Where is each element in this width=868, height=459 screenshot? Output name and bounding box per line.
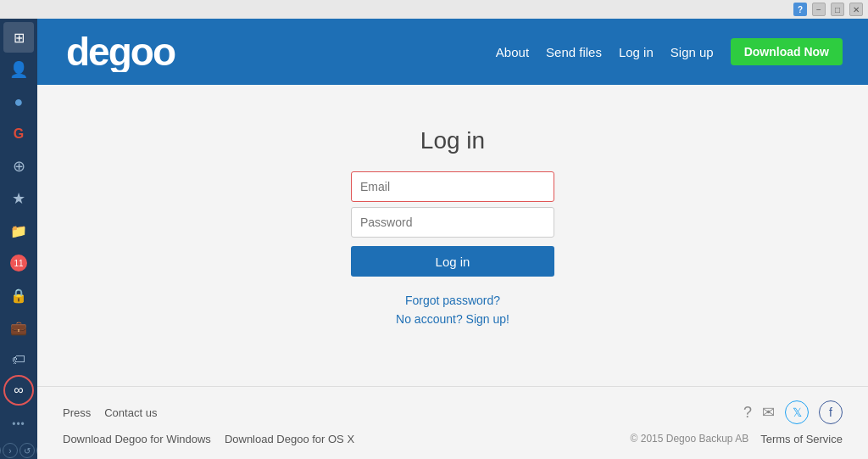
login-title: Log in bbox=[420, 127, 485, 154]
signup-nav-link[interactable]: Sign up bbox=[670, 45, 714, 59]
sidebar-item-google[interactable]: G bbox=[3, 119, 34, 149]
footer-download-links: Download Degoo for Windows Download Dego… bbox=[63, 433, 354, 445]
press-link[interactable]: Press bbox=[63, 406, 91, 419]
footer-social: ? ✉ 𝕏 f bbox=[743, 400, 843, 424]
infinity-icon: ∞ bbox=[14, 383, 23, 398]
sidebar-item-badge[interactable]: 11 bbox=[3, 248, 34, 278]
tag-icon: 🏷 bbox=[12, 352, 25, 367]
download-osx-link[interactable]: Download Degoo for OS X bbox=[225, 433, 354, 445]
sidebar-item-grid[interactable]: ⊞ bbox=[3, 22, 34, 53]
star-icon: ★ bbox=[12, 189, 25, 208]
nav-forward-button[interactable]: › bbox=[3, 443, 18, 458]
person-icon: ● bbox=[14, 93, 24, 111]
footer-bottom-right: © 2015 Degoo Backup AB Terms of Service bbox=[631, 433, 843, 445]
login-nav-link[interactable]: Log in bbox=[619, 45, 654, 59]
sidebar-item-briefcase[interactable]: 💼 bbox=[3, 312, 34, 343]
help-social-icon[interactable]: ? bbox=[743, 404, 752, 422]
login-area: Log in Log in Forgot password? No accoun… bbox=[37, 85, 868, 386]
folder-icon: 📁 bbox=[10, 223, 27, 239]
no-account-link[interactable]: No account? Sign up! bbox=[396, 312, 509, 326]
svg-text:degoo: degoo bbox=[66, 30, 175, 72]
close-button[interactable]: ✕ bbox=[849, 3, 863, 16]
minimize-button[interactable]: − bbox=[812, 3, 826, 16]
send-files-link[interactable]: Send files bbox=[546, 45, 602, 59]
sidebar-item-infinity[interactable]: ∞ bbox=[3, 375, 34, 406]
title-bar: ? − □ ✕ bbox=[0, 0, 868, 19]
copyright-text: © 2015 Degoo Backup AB bbox=[631, 433, 749, 445]
app-container: ⊞ 👤 ● G ⊕ ★ 📁 11 🔒 bbox=[0, 19, 868, 459]
lock-icon: 🔒 bbox=[10, 288, 27, 304]
form-links: Forgot password? No account? Sign up! bbox=[396, 294, 509, 326]
forgot-password-link[interactable]: Forgot password? bbox=[405, 294, 500, 307]
mail-social-icon[interactable]: ✉ bbox=[762, 403, 775, 422]
site-header: degoo About Send files Log in Sign up Do… bbox=[37, 19, 868, 85]
sidebar-item-user[interactable]: 👤 bbox=[3, 54, 34, 85]
maximize-button[interactable]: □ bbox=[831, 3, 844, 16]
help-button[interactable]: ? bbox=[793, 3, 807, 16]
login-form: Log in bbox=[351, 171, 554, 277]
facebook-icon[interactable]: f bbox=[819, 400, 843, 424]
login-submit-button[interactable]: Log in bbox=[351, 246, 554, 277]
site-footer: Press Contact us ? ✉ 𝕏 f Download Degoo … bbox=[37, 386, 868, 459]
add-circle-icon: ⊕ bbox=[13, 157, 25, 176]
nav-back-button[interactable]: ‹ bbox=[0, 443, 1, 458]
briefcase-icon: 💼 bbox=[10, 320, 27, 336]
footer-top: Press Contact us ? ✉ 𝕏 f bbox=[63, 400, 843, 424]
logo-area: degoo bbox=[63, 28, 496, 76]
download-windows-link[interactable]: Download Degoo for Windows bbox=[63, 433, 211, 445]
sidebar: ⊞ 👤 ● G ⊕ ★ 📁 11 🔒 bbox=[0, 19, 37, 459]
about-link[interactable]: About bbox=[496, 45, 529, 59]
twitter-icon[interactable]: 𝕏 bbox=[785, 400, 809, 424]
user-circle-icon: 👤 bbox=[9, 60, 28, 79]
nav-reload-button[interactable]: ↺ bbox=[19, 443, 35, 458]
sidebar-item-tag[interactable]: 🏷 bbox=[3, 344, 34, 375]
footer-left-links: Press Contact us bbox=[63, 406, 157, 419]
footer-bottom: Download Degoo for Windows Download Dego… bbox=[63, 433, 843, 445]
sidebar-item-folder[interactable]: 📁 bbox=[3, 216, 34, 246]
site-container: degoo About Send files Log in Sign up Do… bbox=[37, 19, 868, 459]
sidebar-item-add[interactable]: ⊕ bbox=[3, 151, 34, 182]
badge-11-icon: 11 bbox=[10, 255, 27, 271]
sidebar-item-lock[interactable]: 🔒 bbox=[3, 280, 34, 311]
degoo-logo: degoo bbox=[63, 28, 198, 72]
download-now-button[interactable]: Download Now bbox=[731, 38, 843, 65]
sidebar-item-dots[interactable]: ••• bbox=[3, 409, 34, 439]
email-input[interactable] bbox=[351, 171, 554, 202]
content-area: degoo About Send files Log in Sign up Do… bbox=[37, 19, 868, 459]
header-nav: About Send files Log in Sign up Download… bbox=[496, 38, 843, 65]
google-icon: G bbox=[14, 126, 24, 142]
sidebar-item-profile[interactable]: ● bbox=[3, 87, 34, 117]
sidebar-items: ⊞ 👤 ● G ⊕ ★ 📁 11 🔒 bbox=[3, 22, 34, 375]
sidebar-item-star[interactable]: ★ bbox=[3, 183, 34, 214]
contact-link[interactable]: Contact us bbox=[104, 406, 157, 419]
terms-link[interactable]: Terms of Service bbox=[760, 433, 843, 445]
password-input[interactable] bbox=[351, 207, 554, 238]
grid-icon: ⊞ bbox=[14, 30, 25, 46]
dots-icon: ••• bbox=[12, 418, 25, 430]
